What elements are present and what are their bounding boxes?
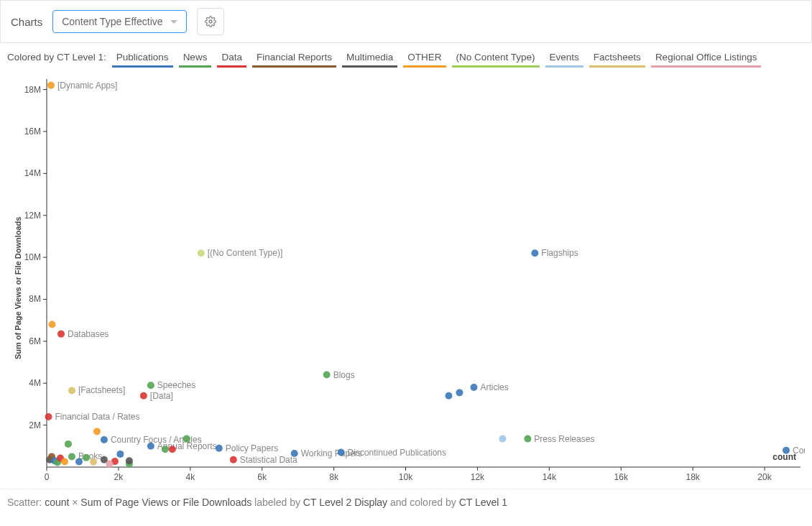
data-point[interactable]	[140, 392, 147, 400]
svg-text:18M: 18M	[24, 85, 41, 95]
legend-item[interactable]: OTHER	[403, 52, 446, 68]
svg-point-0	[209, 20, 212, 23]
svg-text:0: 0	[45, 472, 50, 482]
legend-item[interactable]: Factsheets	[589, 52, 645, 68]
data-point[interactable]	[93, 428, 101, 435]
svg-text:12M: 12M	[24, 211, 41, 221]
data-point[interactable]	[230, 456, 237, 463]
svg-text:4M: 4M	[29, 378, 41, 388]
dropdown-value: Content Type Effective	[62, 16, 162, 27]
data-point[interactable]	[101, 436, 108, 443]
data-point[interactable]	[783, 447, 790, 454]
legend-item[interactable]: Data	[217, 52, 246, 68]
caption-color-field: CT Level 1	[459, 497, 507, 508]
data-point[interactable]	[47, 82, 55, 89]
data-point[interactable]	[445, 392, 452, 400]
svg-text:16M: 16M	[24, 126, 41, 137]
legend-item[interactable]: Publications	[112, 52, 173, 68]
svg-text:Financial Data / Rates: Financial Data / Rates	[55, 412, 139, 422]
svg-text:Databases: Databases	[68, 329, 109, 339]
data-point[interactable]	[216, 445, 223, 452]
svg-text:[Factsheets]: [Factsheets]	[78, 385, 125, 395]
settings-button[interactable]	[197, 8, 224, 35]
caption-prefix: Scatter:	[7, 497, 45, 508]
data-point[interactable]	[61, 458, 68, 465]
caption-yvar: Sum of Page Views or File Downloads	[80, 497, 252, 508]
data-point[interactable]	[57, 331, 65, 338]
svg-text:2k: 2k	[114, 472, 124, 482]
legend-item[interactable]: (No Content Type)	[452, 52, 540, 68]
data-point[interactable]	[126, 457, 133, 464]
data-point[interactable]	[83, 454, 90, 461]
svg-text:10k: 10k	[399, 472, 413, 482]
svg-text:14k: 14k	[543, 472, 557, 482]
data-point[interactable]	[106, 461, 113, 468]
toolbar-label: Charts	[11, 16, 42, 28]
svg-text:Discontinued Publications: Discontinued Publications	[348, 448, 446, 458]
caption-xvar: count	[45, 497, 69, 508]
legend-label: Colored by CT Level 1:	[7, 52, 106, 63]
data-point[interactable]	[470, 384, 477, 391]
data-point[interactable]	[68, 387, 75, 394]
svg-text:18k: 18k	[686, 472, 700, 482]
legend: Colored by CT Level 1: PublicationsNewsD…	[0, 43, 812, 72]
data-point[interactable]	[147, 382, 154, 389]
data-point[interactable]	[531, 249, 538, 257]
legend-item[interactable]: Financial Reports	[252, 52, 336, 68]
svg-text:6k: 6k	[257, 472, 267, 482]
svg-text:Speeches: Speeches	[157, 380, 195, 390]
chart-caption: Scatter: count × Sum of Page Views or Fi…	[0, 489, 812, 518]
caption-sep1: ×	[69, 497, 80, 508]
caption-labeled-prefix: labeled by	[252, 497, 303, 508]
svg-text:10M: 10M	[24, 252, 41, 262]
data-point[interactable]	[183, 435, 190, 443]
data-point[interactable]	[68, 453, 75, 460]
data-point[interactable]	[456, 389, 463, 396]
scatter-chart[interactable]: 2M4M6M8M10M12M14M16M18M02k4k6k8k10k12k14…	[7, 75, 805, 489]
chart-type-dropdown[interactable]: Content Type Effective	[52, 10, 186, 33]
toolbar: Charts Content Type Effective	[0, 0, 812, 43]
gear-icon	[205, 16, 216, 27]
svg-text:Flagships: Flagships	[541, 248, 578, 258]
legend-item[interactable]: Events	[545, 52, 583, 68]
data-point[interactable]	[75, 458, 83, 465]
svg-text:[Data]: [Data]	[150, 391, 173, 401]
svg-text:2M: 2M	[29, 420, 41, 430]
data-point[interactable]	[338, 449, 345, 456]
svg-text:Articles: Articles	[480, 382, 508, 392]
svg-text:16k: 16k	[614, 472, 629, 482]
svg-text:Blogs: Blogs	[333, 370, 355, 380]
data-point[interactable]	[116, 451, 124, 458]
data-point[interactable]	[147, 443, 154, 450]
chevron-down-icon	[170, 20, 177, 24]
data-point[interactable]	[291, 450, 298, 457]
svg-text:4k: 4k	[185, 472, 195, 482]
legend-item[interactable]: Regional Office Listings	[651, 52, 762, 68]
svg-text:[(No Content Type)]: [(No Content Type)]	[208, 248, 283, 258]
caption-label-field: CT Level 2 Display	[303, 497, 387, 508]
data-point[interactable]	[499, 435, 506, 443]
svg-text:20k: 20k	[757, 472, 772, 482]
svg-text:6M: 6M	[29, 336, 41, 346]
data-point[interactable]	[323, 372, 331, 379]
svg-text:Press Releases: Press Releases	[534, 434, 594, 444]
svg-text:8k: 8k	[329, 472, 339, 482]
data-point[interactable]	[198, 249, 205, 257]
data-point[interactable]	[524, 435, 531, 443]
data-point[interactable]	[48, 321, 55, 328]
svg-text:8M: 8M	[29, 294, 41, 304]
svg-text:Policy Papers: Policy Papers	[226, 443, 278, 453]
legend-item[interactable]: News	[179, 52, 212, 68]
caption-colored-prefix: and colored by	[387, 497, 459, 508]
data-point[interactable]	[90, 458, 97, 466]
svg-text:[Dynamic Apps]: [Dynamic Apps]	[57, 80, 117, 91]
svg-text:Statistical Data: Statistical Data	[240, 455, 297, 465]
data-point[interactable]	[162, 446, 169, 453]
data-point[interactable]	[169, 446, 176, 453]
svg-text:Sum of Page Views or File Down: Sum of Page Views or File Downloads	[14, 217, 22, 359]
svg-text:14M: 14M	[24, 168, 41, 178]
data-point[interactable]	[45, 413, 52, 420]
legend-item[interactable]: Multimedia	[342, 52, 397, 68]
svg-text:12k: 12k	[471, 472, 485, 482]
data-point[interactable]	[65, 440, 72, 448]
